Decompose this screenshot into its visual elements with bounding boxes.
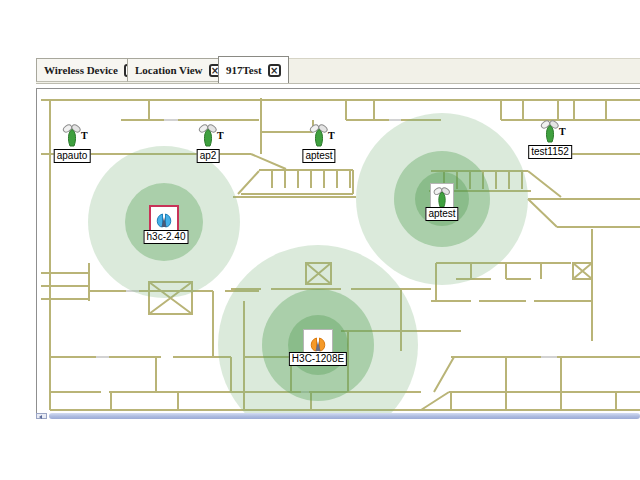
tab-label: 917Test <box>226 64 262 76</box>
t-mark: T <box>217 130 224 141</box>
ap-name-label: apauto <box>54 149 91 163</box>
app-window: Wireless Device × Location View × 917Tes… <box>0 0 640 480</box>
antenna-icon <box>152 208 176 232</box>
scroll-left-button[interactable] <box>36 413 47 419</box>
ap-name-label: aptest <box>302 149 335 163</box>
antenna-icon <box>61 123 83 149</box>
horizontal-scrollbar[interactable] <box>36 412 640 420</box>
tab-label: Wireless Device <box>44 64 118 76</box>
t-mark: T <box>559 126 566 137</box>
close-icon[interactable]: × <box>268 64 281 77</box>
location-map-canvas[interactable]: T apauto T ap2 T aptest <box>36 88 640 413</box>
tab-917test[interactable]: 917Test × <box>218 56 289 83</box>
antenna-icon <box>197 123 219 149</box>
ap-name-label: aptest <box>425 207 458 221</box>
tab-label: Location View <box>135 64 203 76</box>
ap-name-label: H3C-1208E <box>289 352 347 366</box>
t-mark: T <box>328 130 335 141</box>
antenna-icon <box>308 123 330 149</box>
ap-name-label: ap2 <box>197 149 220 163</box>
antenna-icon <box>539 119 561 145</box>
ap-name-label: h3c-2.40 <box>144 230 189 244</box>
t-mark: T <box>81 130 88 141</box>
ap-name-label: test1152 <box>528 145 572 159</box>
scrollbar-thumb[interactable] <box>49 413 640 419</box>
tab-location-view[interactable]: Location View × <box>127 58 230 82</box>
